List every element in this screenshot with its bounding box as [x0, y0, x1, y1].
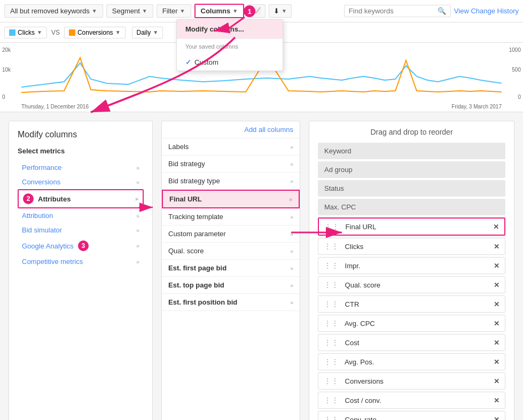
tracking-template-item[interactable]: Tracking template » [162, 208, 300, 225]
saved-columns-header: Your saved columns [177, 39, 283, 54]
download-btn[interactable]: ⬇ ▼ [269, 4, 292, 18]
drag-handle-icon: ⋮⋮ [324, 377, 339, 385]
conversions-label: Conversions [77, 29, 113, 36]
daily-btn[interactable]: Daily ▼ [132, 27, 163, 38]
main-content: Modify columns Select metrics Performanc… [0, 112, 523, 420]
clicks-label: Clicks [18, 29, 35, 36]
chart-y-left-bot: 0 [2, 94, 5, 100]
chevron-right-icon: » [136, 243, 139, 249]
segment-btn[interactable]: Segment ▼ [106, 4, 153, 18]
chevron-down-icon: ▼ [180, 8, 185, 14]
remove-qual-score-btn[interactable]: ✕ [494, 281, 499, 289]
chevron-down-icon: ▼ [153, 29, 158, 35]
add-all-row: Add all columns [162, 121, 300, 138]
final-url-item[interactable]: Final URL » [162, 190, 300, 208]
google-analytics-link[interactable]: Google Analytics 3 » [18, 237, 144, 254]
remove-clicks-btn[interactable]: ✕ [494, 243, 499, 251]
daily-label: Daily [137, 29, 151, 36]
est-first-page-bid-item[interactable]: Est. first page bid » [162, 260, 300, 277]
drag-col-conv-rate[interactable]: ⋮⋮ Conv. rate ✕ [318, 411, 505, 420]
chevron-down-icon: ▼ [37, 29, 42, 35]
chevron-right-icon: » [290, 231, 293, 237]
remove-impr-btn[interactable]: ✕ [494, 262, 499, 270]
drag-col-final-url[interactable]: ⋮⋮ Final URL ✕ [318, 217, 505, 236]
fixed-col-status: Status [318, 180, 505, 197]
est-top-page-bid-item[interactable]: Est. top page bid » [162, 277, 300, 294]
columns-btn[interactable]: Columns ▼ [194, 4, 245, 18]
reorder-panel: Drag and drop to reorder Keyword Ad grou… [309, 121, 514, 420]
remove-cost-conv-btn[interactable]: ✕ [494, 396, 499, 405]
conversions-link[interactable]: Conversions » [18, 175, 144, 189]
chevron-right-icon: » [290, 282, 293, 289]
drag-col-clicks[interactable]: ⋮⋮ Clicks ✕ [318, 238, 505, 255]
drag-col-cost[interactable]: ⋮⋮ Cost ✕ [318, 334, 505, 351]
drag-handle-icon: ⋮⋮ [324, 357, 339, 366]
chevron-right-icon: » [290, 299, 293, 306]
chevron-right-icon: » [290, 161, 293, 167]
search-icon[interactable]: 🔍 [438, 7, 446, 15]
checkmark-icon: ✓ [185, 58, 191, 66]
labels-item[interactable]: Labels » [162, 138, 300, 155]
drag-col-ctr[interactable]: ⋮⋮ CTR ✕ [318, 295, 505, 313]
clicks-color-box [9, 29, 15, 36]
custom-option[interactable]: ✓ Custom [177, 54, 283, 71]
search-input[interactable] [349, 7, 434, 15]
badge-2: 2 [23, 193, 34, 204]
attribution-link[interactable]: Attribution » [18, 208, 144, 223]
qual-score-item[interactable]: Qual. score » [162, 243, 300, 260]
view-history-link[interactable]: View Change History [454, 7, 519, 15]
competitive-metrics-link[interactable]: Competitive metrics » [18, 254, 144, 269]
chevron-right-icon: » [135, 196, 138, 202]
filter-label: Filter [162, 7, 178, 15]
drag-col-impr[interactable]: ⋮⋮ Impr. ✕ [318, 257, 505, 274]
chevron-right-icon: » [289, 196, 292, 203]
drag-col-cost-conv[interactable]: ⋮⋮ Cost / conv. ✕ [318, 392, 505, 409]
remove-avg-cpc-btn[interactable]: ✕ [494, 320, 499, 328]
chevron-right-icon: » [290, 144, 293, 150]
bid-simulator-link[interactable]: Bid simulator » [18, 223, 144, 237]
chart-y-right-top: 1000 [509, 47, 521, 53]
est-first-position-bid-item[interactable]: Est. first position bid » [162, 294, 300, 311]
drag-handle-icon: ⋮⋮ [324, 319, 339, 328]
clicks-metric-btn[interactable]: Clicks ▼ [4, 27, 47, 38]
chart-y-right-mid: 500 [512, 67, 521, 73]
remove-cost-btn[interactable]: ✕ [494, 339, 499, 347]
drag-handle-icon: ⋮⋮ [324, 242, 339, 251]
bid-strategy-type-item[interactable]: Bid strategy type » [162, 173, 300, 190]
add-all-columns-btn[interactable]: Add all columns [244, 126, 293, 134]
chevron-right-icon: » [136, 179, 139, 185]
drag-handle-icon: ⋮⋮ [324, 222, 339, 231]
drag-handle-icon: ⋮⋮ [324, 396, 339, 405]
chevron-right-icon: » [136, 165, 139, 171]
segment-label: Segment [112, 7, 140, 15]
chevron-right-icon: » [290, 248, 293, 254]
drag-col-conversions[interactable]: ⋮⋮ Conversions ✕ [318, 372, 505, 390]
remove-final-url-btn[interactable]: ✕ [493, 223, 499, 231]
attributes-panel: Add all columns Labels » Bid strategy » … [161, 121, 300, 420]
bid-strategy-item[interactable]: Bid strategy » [162, 155, 300, 173]
performance-link[interactable]: Performance » [18, 160, 144, 175]
drag-col-avg-pos[interactable]: ⋮⋮ Avg. Pos. ✕ [318, 353, 505, 370]
drag-col-avg-cpc[interactable]: ⋮⋮ Avg. CPC ✕ [318, 315, 505, 332]
modify-columns-item[interactable]: Modify columns... [177, 20, 283, 39]
custom-label: Custom [194, 58, 218, 66]
chevron-right-icon: » [290, 265, 293, 271]
fixed-col-ad-group: Ad group [318, 161, 505, 178]
drag-handle-icon: ⋮⋮ [324, 338, 339, 347]
filter-btn[interactable]: Filter ▼ [157, 4, 191, 18]
dropdown-overlay: Modify columns... Your saved columns ✓ C… [176, 19, 283, 71]
remove-ctr-btn[interactable]: ✕ [494, 300, 499, 308]
all-keywords-btn[interactable]: All but removed keywords ▼ [4, 4, 103, 18]
chevron-down-icon: ▼ [282, 8, 287, 14]
columns-dropdown: Modify columns... Your saved columns ✓ C… [176, 19, 283, 71]
remove-conversions-btn[interactable]: ✕ [494, 377, 499, 385]
chart-x-left: Thursday, 1 December 2016 [21, 104, 89, 110]
attributes-link[interactable]: 2 Attributes » [18, 189, 144, 208]
conversions-metric-btn[interactable]: Conversions ▼ [64, 27, 126, 38]
custom-parameter-item[interactable]: Custom parameter » [162, 225, 300, 243]
select-metrics-label: Select metrics [18, 147, 144, 155]
remove-avg-pos-btn[interactable]: ✕ [494, 358, 499, 366]
drag-col-qual-score[interactable]: ⋮⋮ Qual. score ✕ [318, 276, 505, 293]
columns-label: Columns [201, 7, 231, 15]
remove-conv-rate-btn[interactable]: ✕ [494, 416, 499, 421]
